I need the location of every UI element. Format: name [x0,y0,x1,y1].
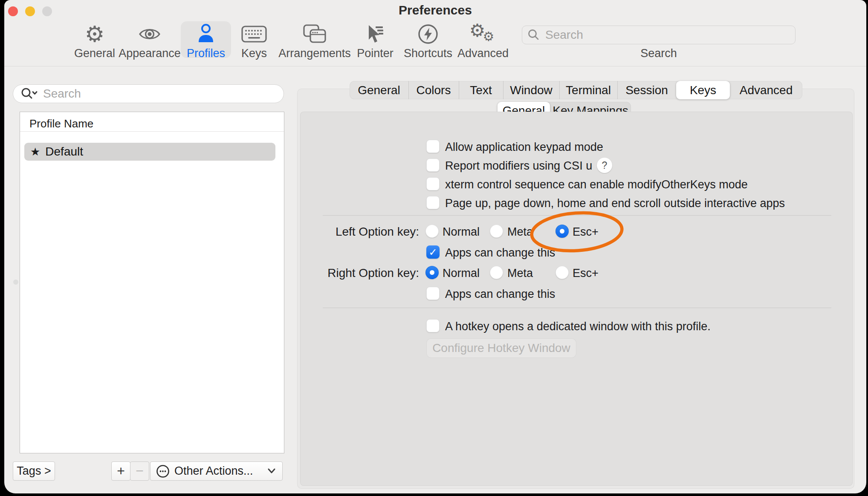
profile-list[interactable]: Profile Name ★ Default [20,112,284,453]
other-actions-dropdown[interactable]: Other Actions... [150,461,283,481]
left-option-esc-radio[interactable] [556,225,569,238]
cursor-icon [364,22,386,46]
right-apps-can-change-label: Apps can change this [445,288,555,301]
add-profile-button[interactable]: + [111,461,130,481]
tab-keys[interactable]: Keys [676,81,730,99]
left-option-normal-label: Normal [443,225,480,239]
right-option-normal-label: Normal [443,267,480,280]
profile-tabs: General Colors Text Window Terminal Sess… [350,81,802,99]
left-apps-can-change-checkbox[interactable] [426,245,440,259]
right-option-meta-label: Meta [507,267,533,280]
splitter-handle[interactable] [13,280,18,285]
right-option-esc-label: Esc+ [573,267,599,280]
checkbox-keypad-mode[interactable] [426,140,440,153]
divider [323,308,831,308]
toolbar-divider [4,66,866,66]
checkbox-modifyotherkeys-label: xterm control sequence can enable modify… [445,178,748,191]
eye-icon [138,22,162,46]
divider [323,215,831,216]
preferences-window: Preferences ⚙ General Appearance Profile… [4,0,866,493]
left-option-normal-radio[interactable] [425,225,439,238]
profile-row-default[interactable]: ★ Default [24,143,275,161]
right-option-normal-radio[interactable] [425,266,439,279]
tab-session[interactable]: Session [617,81,676,99]
profile-search-input[interactable] [42,87,266,101]
left-option-esc-label: Esc+ [573,225,599,239]
right-apps-can-change-checkbox[interactable] [426,287,440,300]
gear-icon: ⚙ [85,22,105,46]
left-apps-can-change-label: Apps can change this [445,246,555,260]
profile-name: Default [45,145,83,159]
profile-search-field[interactable] [13,84,284,103]
header-divider [20,131,284,132]
tab-advanced[interactable]: Advanced [730,81,802,99]
search-icon [527,29,540,41]
search-menu-icon[interactable] [19,87,39,101]
checkbox-modifyotherkeys[interactable] [426,177,440,190]
window-title: Preferences [4,3,866,17]
toolbar-search-caption: Search [522,47,796,60]
gears-icon: ⚙⚙ [469,22,497,46]
right-option-meta-radio[interactable] [490,266,503,279]
star-icon: ★ [30,145,40,158]
profile-list-header: Profile Name [29,117,93,130]
tags-button[interactable]: Tags > [13,461,55,481]
lightning-icon [417,22,439,46]
right-option-esc-radio[interactable] [556,266,569,279]
hotkey-window-checkbox[interactable] [426,319,440,332]
ellipsis-circle-icon [156,464,170,479]
checkbox-page-scroll-label: Page up, page down, home and end scroll … [445,197,785,210]
hotkey-window-label: A hotkey opens a dedicated window with t… [445,320,711,333]
checkbox-csi-u[interactable] [426,159,440,172]
checkbox-keypad-mode-label: Allow application keypad mode [445,141,603,154]
tab-general[interactable]: General [350,81,408,99]
help-button[interactable]: ? [597,158,612,173]
tab-colors[interactable]: Colors [408,81,459,99]
tab-text[interactable]: Text [459,81,503,99]
tab-terminal[interactable]: Terminal [559,81,617,99]
checkbox-csi-u-label: Report modifiers using CSI u [445,159,592,173]
toolbar-search-field[interactable] [522,26,796,44]
chevron-down-icon [267,467,276,474]
toolbar-search-input[interactable] [544,28,776,42]
left-option-meta-label: Meta [507,225,533,239]
left-option-meta-radio[interactable] [490,225,503,238]
windows-icon [302,22,327,46]
remove-profile-button: − [130,461,149,481]
profile-settings-panel: General Key Mappings Allow application k… [297,89,854,489]
checkbox-page-scroll[interactable] [426,196,440,209]
keyboard-icon [241,22,267,46]
left-option-key-label: Left Option key: [300,225,419,239]
toolbar-item-advanced[interactable]: ⚙⚙ Advanced [440,22,526,60]
configure-hotkey-window-button: Configure Hotkey Window [426,338,576,358]
tab-window[interactable]: Window [503,81,559,99]
keys-general-pane: Allow application keypad mode Report mod… [300,112,853,486]
right-option-key-label: Right Option key: [300,266,419,280]
